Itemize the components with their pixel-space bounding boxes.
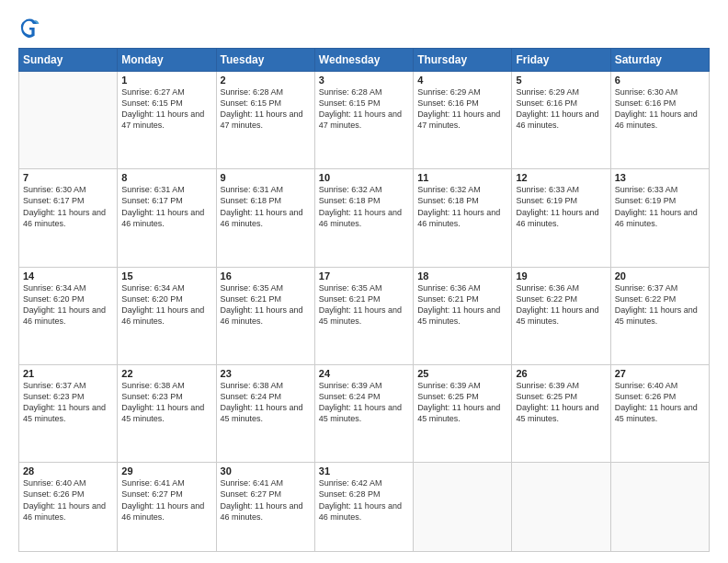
calendar-cell — [512, 463, 610, 552]
calendar-cell: 1Sunrise: 6:27 AMSunset: 6:15 PMDaylight… — [118, 72, 216, 169]
calendar-cell — [19, 72, 118, 169]
calendar-cell: 18Sunrise: 6:36 AMSunset: 6:21 PMDayligh… — [414, 267, 512, 364]
day-info: Sunrise: 6:38 AMSunset: 6:24 PMDaylight:… — [221, 380, 311, 425]
day-info: Sunrise: 6:41 AMSunset: 6:27 PMDaylight:… — [221, 477, 311, 523]
calendar-cell: 25Sunrise: 6:39 AMSunset: 6:25 PMDayligh… — [414, 364, 512, 462]
day-number: 11 — [417, 172, 507, 183]
day-number: 13 — [615, 172, 705, 183]
calendar-cell: 23Sunrise: 6:38 AMSunset: 6:24 PMDayligh… — [216, 364, 314, 462]
day-number: 22 — [121, 368, 211, 379]
calendar-cell: 14Sunrise: 6:34 AMSunset: 6:20 PMDayligh… — [19, 267, 118, 364]
calendar-header-row: SundayMondayTuesdayWednesdayThursdayFrid… — [19, 49, 710, 72]
day-number: 14 — [23, 270, 113, 282]
day-number: 12 — [516, 172, 606, 183]
calendar-cell: 8Sunrise: 6:31 AMSunset: 6:17 PMDaylight… — [118, 169, 216, 267]
calendar-cell: 28Sunrise: 6:40 AMSunset: 6:26 PMDayligh… — [19, 463, 118, 552]
calendar-cell: 24Sunrise: 6:39 AMSunset: 6:24 PMDayligh… — [314, 364, 413, 462]
day-info: Sunrise: 6:38 AMSunset: 6:23 PMDaylight:… — [121, 380, 211, 425]
day-number: 10 — [319, 172, 409, 183]
calendar-week-row: 7Sunrise: 6:30 AMSunset: 6:17 PMDaylight… — [19, 169, 710, 267]
logo-icon — [18, 17, 40, 39]
day-info: Sunrise: 6:32 AMSunset: 6:18 PMDaylight:… — [417, 184, 507, 229]
calendar-cell: 17Sunrise: 6:35 AMSunset: 6:21 PMDayligh… — [314, 267, 413, 364]
day-number: 5 — [516, 75, 606, 86]
calendar-cell: 16Sunrise: 6:35 AMSunset: 6:21 PMDayligh… — [216, 267, 314, 364]
calendar-week-row: 14Sunrise: 6:34 AMSunset: 6:20 PMDayligh… — [19, 267, 710, 364]
calendar-cell: 15Sunrise: 6:34 AMSunset: 6:20 PMDayligh… — [118, 267, 216, 364]
calendar-cell: 29Sunrise: 6:41 AMSunset: 6:27 PMDayligh… — [118, 463, 216, 552]
day-info: Sunrise: 6:34 AMSunset: 6:20 PMDaylight:… — [121, 282, 211, 327]
day-number: 29 — [121, 465, 211, 477]
calendar-cell: 27Sunrise: 6:40 AMSunset: 6:26 PMDayligh… — [610, 364, 709, 462]
day-number: 3 — [319, 75, 409, 86]
day-number: 15 — [121, 270, 211, 282]
calendar-day-header: Saturday — [610, 49, 709, 72]
day-number: 2 — [221, 75, 311, 86]
day-number: 25 — [417, 368, 507, 379]
day-info: Sunrise: 6:31 AMSunset: 6:17 PMDaylight:… — [121, 184, 211, 229]
day-info: Sunrise: 6:30 AMSunset: 6:16 PMDaylight:… — [615, 86, 705, 132]
calendar-cell: 5Sunrise: 6:29 AMSunset: 6:16 PMDaylight… — [512, 72, 610, 169]
calendar-day-header: Friday — [512, 49, 610, 72]
day-number: 18 — [417, 270, 507, 282]
day-info: Sunrise: 6:31 AMSunset: 6:18 PMDaylight:… — [221, 184, 311, 229]
calendar-day-header: Wednesday — [314, 49, 413, 72]
calendar-cell: 2Sunrise: 6:28 AMSunset: 6:15 PMDaylight… — [216, 72, 314, 169]
day-info: Sunrise: 6:29 AMSunset: 6:16 PMDaylight:… — [417, 86, 507, 132]
day-info: Sunrise: 6:39 AMSunset: 6:25 PMDaylight:… — [417, 380, 507, 425]
day-info: Sunrise: 6:29 AMSunset: 6:16 PMDaylight:… — [516, 86, 606, 132]
calendar-cell — [414, 463, 512, 552]
day-number: 30 — [221, 465, 311, 477]
calendar-week-row: 28Sunrise: 6:40 AMSunset: 6:26 PMDayligh… — [19, 463, 710, 552]
day-number: 6 — [615, 75, 705, 86]
calendar-cell: 3Sunrise: 6:28 AMSunset: 6:15 PMDaylight… — [314, 72, 413, 169]
day-info: Sunrise: 6:28 AMSunset: 6:15 PMDaylight:… — [319, 86, 409, 132]
day-info: Sunrise: 6:37 AMSunset: 6:23 PMDaylight:… — [23, 380, 113, 425]
calendar-week-row: 1Sunrise: 6:27 AMSunset: 6:15 PMDaylight… — [19, 72, 710, 169]
day-number: 23 — [221, 368, 311, 379]
day-number: 7 — [23, 172, 113, 183]
day-info: Sunrise: 6:27 AMSunset: 6:15 PMDaylight:… — [121, 86, 211, 132]
day-number: 31 — [319, 465, 409, 477]
calendar-cell: 20Sunrise: 6:37 AMSunset: 6:22 PMDayligh… — [610, 267, 709, 364]
day-number: 26 — [516, 368, 606, 379]
calendar-table: SundayMondayTuesdayWednesdayThursdayFrid… — [18, 48, 710, 552]
day-number: 17 — [319, 270, 409, 282]
day-number: 28 — [23, 465, 113, 477]
day-number: 8 — [121, 172, 211, 183]
day-info: Sunrise: 6:33 AMSunset: 6:19 PMDaylight:… — [615, 184, 705, 229]
calendar-day-header: Sunday — [19, 49, 118, 72]
calendar-cell: 31Sunrise: 6:42 AMSunset: 6:28 PMDayligh… — [314, 463, 413, 552]
calendar-cell: 12Sunrise: 6:33 AMSunset: 6:19 PMDayligh… — [512, 169, 610, 267]
day-info: Sunrise: 6:30 AMSunset: 6:17 PMDaylight:… — [23, 184, 113, 229]
calendar-cell: 7Sunrise: 6:30 AMSunset: 6:17 PMDaylight… — [19, 169, 118, 267]
day-info: Sunrise: 6:37 AMSunset: 6:22 PMDaylight:… — [615, 282, 705, 327]
calendar-cell: 9Sunrise: 6:31 AMSunset: 6:18 PMDaylight… — [216, 169, 314, 267]
day-info: Sunrise: 6:41 AMSunset: 6:27 PMDaylight:… — [121, 477, 211, 523]
day-number: 27 — [615, 368, 705, 379]
calendar-day-header: Thursday — [414, 49, 512, 72]
day-info: Sunrise: 6:36 AMSunset: 6:21 PMDaylight:… — [417, 282, 507, 327]
day-info: Sunrise: 6:40 AMSunset: 6:26 PMDaylight:… — [615, 380, 705, 425]
calendar-cell: 4Sunrise: 6:29 AMSunset: 6:16 PMDaylight… — [414, 72, 512, 169]
calendar-cell: 21Sunrise: 6:37 AMSunset: 6:23 PMDayligh… — [19, 364, 118, 462]
day-number: 21 — [23, 368, 113, 379]
calendar-cell: 6Sunrise: 6:30 AMSunset: 6:16 PMDaylight… — [610, 72, 709, 169]
day-info: Sunrise: 6:39 AMSunset: 6:24 PMDaylight:… — [319, 380, 409, 425]
calendar-cell: 13Sunrise: 6:33 AMSunset: 6:19 PMDayligh… — [610, 169, 709, 267]
page: SundayMondayTuesdayWednesdayThursdayFrid… — [0, 0, 728, 563]
day-number: 9 — [221, 172, 311, 183]
calendar-cell: 30Sunrise: 6:41 AMSunset: 6:27 PMDayligh… — [216, 463, 314, 552]
day-info: Sunrise: 6:42 AMSunset: 6:28 PMDaylight:… — [319, 477, 409, 523]
calendar-cell: 19Sunrise: 6:36 AMSunset: 6:22 PMDayligh… — [512, 267, 610, 364]
header — [18, 17, 710, 39]
day-number: 19 — [516, 270, 606, 282]
calendar-cell: 11Sunrise: 6:32 AMSunset: 6:18 PMDayligh… — [414, 169, 512, 267]
day-info: Sunrise: 6:32 AMSunset: 6:18 PMDaylight:… — [319, 184, 409, 229]
day-info: Sunrise: 6:35 AMSunset: 6:21 PMDaylight:… — [319, 282, 409, 327]
logo — [18, 17, 44, 39]
calendar-day-header: Tuesday — [216, 49, 314, 72]
calendar-cell: 22Sunrise: 6:38 AMSunset: 6:23 PMDayligh… — [118, 364, 216, 462]
calendar-cell — [610, 463, 709, 552]
day-number: 4 — [417, 75, 507, 86]
